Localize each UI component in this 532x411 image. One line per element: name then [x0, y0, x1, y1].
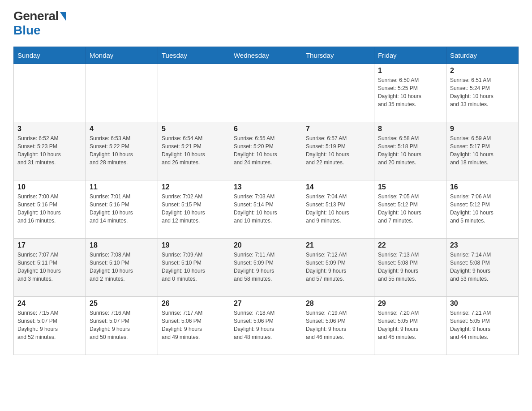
day-number: 10 [17, 183, 82, 191]
table-row: 15Sunrise: 7:05 AM Sunset: 5:12 PM Dayli… [374, 180, 446, 239]
day-info: Sunrise: 7:12 AM Sunset: 5:09 PM Dayligh… [306, 251, 370, 283]
day-number: 17 [17, 241, 82, 249]
col-thursday: Thursday [302, 47, 374, 64]
day-number: 30 [450, 300, 515, 308]
day-number: 28 [306, 300, 370, 308]
day-number: 19 [162, 241, 226, 249]
table-row: 9Sunrise: 6:59 AM Sunset: 5:17 PM Daylig… [446, 122, 518, 180]
day-info: Sunrise: 7:15 AM Sunset: 5:07 PM Dayligh… [17, 309, 82, 341]
calendar-header-row: Sunday Monday Tuesday Wednesday Thursday… [14, 47, 519, 64]
logo-arrow-icon [60, 12, 66, 21]
table-row: 1Sunrise: 6:50 AM Sunset: 5:25 PM Daylig… [374, 64, 446, 122]
day-info: Sunrise: 6:59 AM Sunset: 5:17 PM Dayligh… [450, 134, 515, 167]
day-number: 18 [90, 241, 154, 249]
day-number: 23 [450, 241, 515, 249]
day-info: Sunrise: 6:58 AM Sunset: 5:18 PM Dayligh… [378, 134, 442, 167]
day-number: 4 [90, 125, 154, 133]
day-number: 15 [378, 183, 442, 191]
day-info: Sunrise: 6:55 AM Sunset: 5:20 PM Dayligh… [234, 134, 298, 167]
table-row [302, 64, 374, 122]
table-row [230, 64, 302, 122]
table-row: 19Sunrise: 7:09 AM Sunset: 5:10 PM Dayli… [158, 239, 230, 297]
table-row: 4Sunrise: 6:53 AM Sunset: 5:22 PM Daylig… [86, 122, 158, 180]
page-header: General Blue [13, 9, 519, 38]
table-row [14, 64, 86, 122]
table-row: 2Sunrise: 6:51 AM Sunset: 5:24 PM Daylig… [446, 64, 518, 122]
table-row: 16Sunrise: 7:06 AM Sunset: 5:12 PM Dayli… [446, 180, 518, 239]
table-row: 8Sunrise: 6:58 AM Sunset: 5:18 PM Daylig… [374, 122, 446, 180]
day-info: Sunrise: 7:17 AM Sunset: 5:06 PM Dayligh… [162, 309, 226, 341]
day-number: 29 [378, 300, 442, 308]
table-row: 28Sunrise: 7:19 AM Sunset: 5:06 PM Dayli… [302, 297, 374, 355]
table-row: 24Sunrise: 7:15 AM Sunset: 5:07 PM Dayli… [14, 297, 86, 355]
day-info: Sunrise: 7:04 AM Sunset: 5:13 PM Dayligh… [306, 193, 370, 225]
day-info: Sunrise: 7:19 AM Sunset: 5:06 PM Dayligh… [306, 309, 370, 341]
day-info: Sunrise: 7:13 AM Sunset: 5:08 PM Dayligh… [378, 251, 442, 283]
day-number: 14 [306, 183, 370, 191]
calendar-week-row: 10Sunrise: 7:00 AM Sunset: 5:16 PM Dayli… [14, 180, 519, 239]
day-info: Sunrise: 7:03 AM Sunset: 5:14 PM Dayligh… [234, 193, 298, 225]
day-info: Sunrise: 6:52 AM Sunset: 5:23 PM Dayligh… [17, 134, 82, 167]
day-number: 22 [378, 241, 442, 249]
day-info: Sunrise: 6:50 AM Sunset: 5:25 PM Dayligh… [378, 76, 442, 108]
table-row [158, 64, 230, 122]
day-number: 1 [378, 67, 442, 75]
day-info: Sunrise: 6:53 AM Sunset: 5:22 PM Dayligh… [90, 134, 154, 167]
col-wednesday: Wednesday [230, 47, 302, 64]
day-info: Sunrise: 7:16 AM Sunset: 5:07 PM Dayligh… [90, 309, 154, 341]
calendar-table: Sunday Monday Tuesday Wednesday Thursday… [13, 47, 519, 355]
col-sunday: Sunday [14, 47, 86, 64]
day-info: Sunrise: 7:02 AM Sunset: 5:15 PM Dayligh… [162, 193, 226, 225]
calendar-week-row: 17Sunrise: 7:07 AM Sunset: 5:11 PM Dayli… [14, 239, 519, 297]
table-row: 18Sunrise: 7:08 AM Sunset: 5:10 PM Dayli… [86, 239, 158, 297]
col-tuesday: Tuesday [158, 47, 230, 64]
day-info: Sunrise: 7:18 AM Sunset: 5:06 PM Dayligh… [234, 309, 298, 341]
day-number: 2 [450, 67, 515, 75]
day-info: Sunrise: 7:09 AM Sunset: 5:10 PM Dayligh… [162, 251, 226, 283]
calendar-week-row: 24Sunrise: 7:15 AM Sunset: 5:07 PM Dayli… [14, 297, 519, 355]
day-number: 11 [90, 183, 154, 191]
table-row: 12Sunrise: 7:02 AM Sunset: 5:15 PM Dayli… [158, 180, 230, 239]
table-row: 29Sunrise: 7:20 AM Sunset: 5:05 PM Dayli… [374, 297, 446, 355]
table-row: 27Sunrise: 7:18 AM Sunset: 5:06 PM Dayli… [230, 297, 302, 355]
day-info: Sunrise: 7:14 AM Sunset: 5:08 PM Dayligh… [450, 251, 515, 283]
day-number: 24 [17, 300, 82, 308]
table-row: 13Sunrise: 7:03 AM Sunset: 5:14 PM Dayli… [230, 180, 302, 239]
calendar-week-row: 1Sunrise: 6:50 AM Sunset: 5:25 PM Daylig… [14, 64, 519, 122]
table-row: 20Sunrise: 7:11 AM Sunset: 5:09 PM Dayli… [230, 239, 302, 297]
day-info: Sunrise: 7:01 AM Sunset: 5:16 PM Dayligh… [90, 193, 154, 225]
table-row: 10Sunrise: 7:00 AM Sunset: 5:16 PM Dayli… [14, 180, 86, 239]
day-info: Sunrise: 7:20 AM Sunset: 5:05 PM Dayligh… [378, 309, 442, 341]
day-number: 5 [162, 125, 226, 133]
day-number: 27 [234, 300, 298, 308]
day-number: 9 [450, 125, 515, 133]
calendar-week-row: 3Sunrise: 6:52 AM Sunset: 5:23 PM Daylig… [14, 122, 519, 180]
logo-blue-text: Blue [13, 23, 41, 38]
table-row: 3Sunrise: 6:52 AM Sunset: 5:23 PM Daylig… [14, 122, 86, 180]
day-info: Sunrise: 7:21 AM Sunset: 5:05 PM Dayligh… [450, 309, 515, 341]
day-info: Sunrise: 7:05 AM Sunset: 5:12 PM Dayligh… [378, 193, 442, 225]
table-row [86, 64, 158, 122]
day-number: 13 [234, 183, 298, 191]
day-info: Sunrise: 6:51 AM Sunset: 5:24 PM Dayligh… [450, 76, 515, 108]
day-info: Sunrise: 6:54 AM Sunset: 5:21 PM Dayligh… [162, 134, 226, 167]
day-number: 12 [162, 183, 226, 191]
col-saturday: Saturday [446, 47, 518, 64]
table-row: 14Sunrise: 7:04 AM Sunset: 5:13 PM Dayli… [302, 180, 374, 239]
table-row: 11Sunrise: 7:01 AM Sunset: 5:16 PM Dayli… [86, 180, 158, 239]
day-number: 3 [17, 125, 82, 133]
logo: General Blue [13, 9, 66, 38]
table-row: 21Sunrise: 7:12 AM Sunset: 5:09 PM Dayli… [302, 239, 374, 297]
day-info: Sunrise: 6:57 AM Sunset: 5:19 PM Dayligh… [306, 134, 370, 167]
table-row: 7Sunrise: 6:57 AM Sunset: 5:19 PM Daylig… [302, 122, 374, 180]
day-number: 8 [378, 125, 442, 133]
day-number: 20 [234, 241, 298, 249]
table-row: 6Sunrise: 6:55 AM Sunset: 5:20 PM Daylig… [230, 122, 302, 180]
col-monday: Monday [86, 47, 158, 64]
day-info: Sunrise: 7:06 AM Sunset: 5:12 PM Dayligh… [450, 193, 515, 225]
table-row: 30Sunrise: 7:21 AM Sunset: 5:05 PM Dayli… [446, 297, 518, 355]
day-number: 16 [450, 183, 515, 191]
day-number: 26 [162, 300, 226, 308]
day-info: Sunrise: 7:08 AM Sunset: 5:10 PM Dayligh… [90, 251, 154, 283]
table-row: 25Sunrise: 7:16 AM Sunset: 5:07 PM Dayli… [86, 297, 158, 355]
